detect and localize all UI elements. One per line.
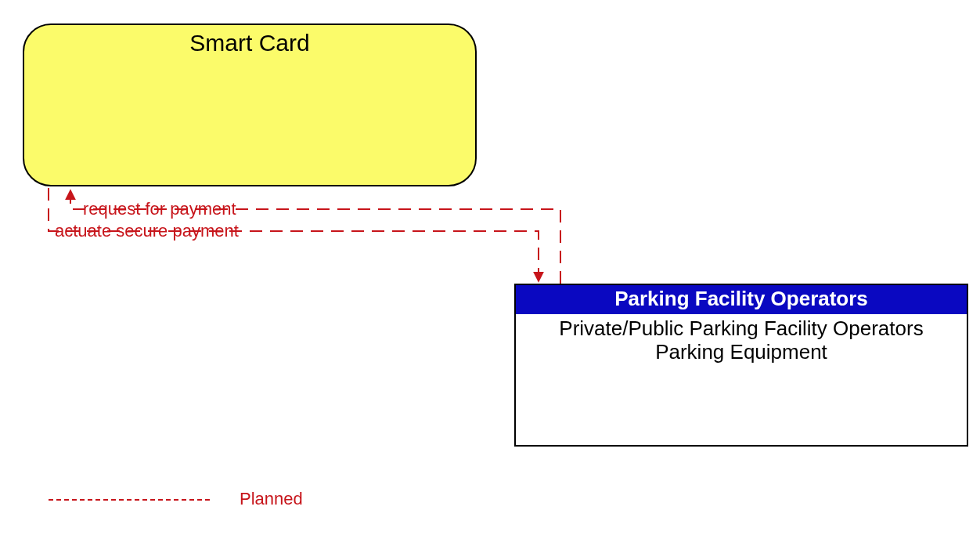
node-parking-facility-body: Private/Public Parking Facility Operator… [516, 314, 967, 367]
legend-planned-line [49, 499, 210, 501]
flow-label-request-for-payment: request for payment [83, 199, 236, 219]
node-parking-facility-header: Parking Facility Operators [516, 285, 967, 314]
node-smart-card: Smart Card [23, 24, 477, 186]
node-parking-facility: Parking Facility Operators Private/Publi… [514, 284, 968, 447]
node-smart-card-title: Smart Card [24, 30, 475, 56]
diagram-canvas: Smart Card Parking Facility Operators Pr… [0, 0, 980, 539]
flow-label-actuate-secure-payment: actuate secure payment [55, 221, 239, 241]
legend-planned-label: Planned [240, 489, 303, 509]
